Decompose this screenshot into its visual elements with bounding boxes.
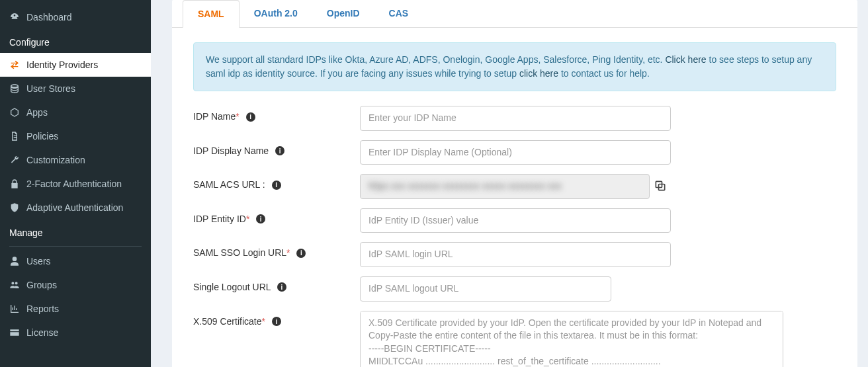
shield-icon [9, 202, 26, 213]
sidebar-item-identity-providers[interactable]: Identity Providers [0, 53, 151, 77]
input-entity-id[interactable] [360, 208, 671, 233]
sidebar-item-users[interactable]: Users [0, 249, 151, 273]
row-x509: X.509 Certificate* i [193, 311, 836, 367]
row-slo-url: Single Logout URL i [193, 276, 836, 302]
tab-content-saml: We support all standard IDPs like Okta, … [172, 28, 857, 367]
wrench-icon [9, 155, 26, 165]
help-icon[interactable]: i [246, 112, 255, 122]
info-banner: We support all standard IDPs like Okta, … [193, 42, 836, 91]
help-icon[interactable]: i [277, 282, 286, 292]
textarea-x509[interactable] [360, 311, 783, 367]
help-icon[interactable]: i [296, 249, 306, 258]
copy-icon[interactable] [654, 179, 668, 194]
help-icon[interactable]: i [272, 181, 281, 190]
tab-openid[interactable]: OpenID [312, 0, 374, 27]
sidebar-item-label: 2-Factor Authentication [26, 179, 122, 189]
sidebar-item-label: Identity Providers [26, 60, 98, 70]
row-idp-display-name: IDP Display Name i [193, 140, 836, 165]
sidebar-item-label: Reports [26, 304, 59, 314]
label-x509: X.509 Certificate* i [193, 311, 360, 327]
sidebar-item-label: Users [26, 256, 51, 266]
box-icon [9, 107, 26, 118]
label-sso-url: SAML SSO Login URL* i [193, 242, 360, 259]
help-icon[interactable]: i [256, 214, 265, 224]
help-icon[interactable]: i [275, 146, 284, 155]
sidebar-divider [9, 246, 142, 247]
sidebar-item-label: Apps [26, 107, 48, 118]
sidebar-item-label: Dashboard [26, 12, 72, 22]
sidebar-item-label: Customization [26, 155, 85, 165]
info-link-contact[interactable]: click here [519, 68, 558, 79]
database-icon [9, 83, 26, 94]
card-icon [9, 327, 26, 338]
row-idp-name: IDP Name* i [193, 106, 836, 131]
tab-oauth[interactable]: OAuth 2.0 [239, 0, 312, 27]
sidebar-item-label: Adaptive Authentication [26, 202, 123, 213]
swap-icon [9, 60, 26, 70]
label-acs-url: SAML ACS URL : i [193, 174, 360, 190]
help-icon[interactable]: i [272, 317, 281, 326]
sidebar-item-2fa[interactable]: 2-Factor Authentication [0, 172, 151, 196]
users-icon [9, 280, 26, 290]
sidebar-item-label: License [26, 327, 58, 338]
chart-icon [9, 304, 26, 314]
row-entity-id: IDP Entity ID* i [193, 208, 836, 233]
input-idp-display-name[interactable] [360, 140, 671, 165]
label-entity-id: IDP Entity ID* i [193, 208, 360, 225]
info-link-setup[interactable]: Click here [665, 54, 706, 65]
sidebar-item-label: Policies [26, 131, 58, 142]
sidebar-item-user-stores[interactable]: User Stores [0, 77, 151, 101]
sidebar-header-configure: Configure [0, 29, 151, 53]
file-icon [9, 131, 26, 142]
row-acs-url: SAML ACS URL : i https xxx xxxxxxx xxxxx… [193, 174, 836, 199]
label-slo-url: Single Logout URL i [193, 276, 360, 293]
row-sso-url: SAML SSO Login URL* i [193, 242, 836, 267]
sidebar: Dashboard Configure Identity Providers U… [0, 0, 151, 367]
sidebar-header-manage: Manage [0, 220, 151, 243]
label-idp-name: IDP Name* i [193, 106, 360, 122]
sidebar-item-dashboard[interactable]: Dashboard [0, 5, 151, 29]
sidebar-item-label: User Stores [26, 83, 75, 94]
sidebar-item-adaptive-auth[interactable]: Adaptive Authentication [0, 196, 151, 220]
sidebar-item-license[interactable]: License [0, 321, 151, 345]
input-sso-url[interactable] [360, 242, 671, 267]
idp-panel: SAML OAuth 2.0 OpenID CAS We support all… [172, 0, 857, 367]
sidebar-item-customization[interactable]: Customization [0, 148, 151, 172]
label-idp-display-name: IDP Display Name i [193, 140, 360, 157]
input-idp-name[interactable] [360, 106, 671, 131]
sidebar-item-label: Groups [26, 280, 57, 290]
sidebar-item-reports[interactable]: Reports [0, 297, 151, 321]
tab-cas[interactable]: CAS [374, 0, 423, 27]
readonly-acs-url: https xxx xxxxxxx xxxxxxxx xxxxx xxxxxxx… [360, 174, 650, 199]
lock-icon [9, 179, 26, 189]
idp-tabs: SAML OAuth 2.0 OpenID CAS [172, 0, 857, 28]
tab-saml[interactable]: SAML [183, 0, 239, 28]
sidebar-item-apps[interactable]: Apps [0, 101, 151, 124]
dashboard-icon [9, 12, 26, 22]
input-slo-url[interactable] [360, 276, 611, 302]
sidebar-item-policies[interactable]: Policies [0, 124, 151, 148]
main-content: SAML OAuth 2.0 OpenID CAS We support all… [151, 0, 868, 367]
sidebar-item-groups[interactable]: Groups [0, 273, 151, 297]
user-icon [9, 256, 26, 266]
